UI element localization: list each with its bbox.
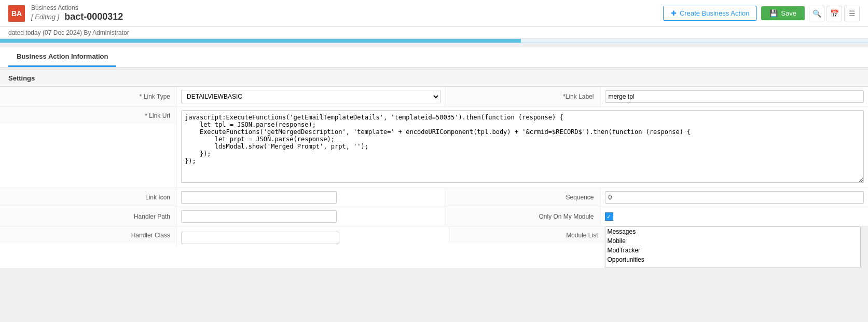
save-button[interactable]: 💾 Save: [761, 6, 805, 20]
header-left: BA Business Actions [ Editing ] bact-000…: [8, 4, 123, 22]
link-label-label: *Link Label: [445, 87, 600, 106]
form-area: * Link Type DETAILVIEWBASIC DETAILVIEW L…: [0, 87, 868, 269]
module-list-scrollbar[interactable]: [861, 226, 868, 268]
sequence-label: Sequence: [445, 188, 600, 207]
handler-path-value-cell: [176, 207, 445, 226]
breadcrumb: Business Actions [ Editing ] bact-000031…: [31, 4, 123, 22]
tabs-container: Business Action Information: [0, 47, 868, 68]
handler-path-label: Handler Path: [0, 207, 176, 226]
section-settings-header: Settings: [0, 70, 868, 87]
subheader: dated today (07 Dec 2024) By Administrat…: [0, 27, 868, 39]
link-icon-row: Link Icon Sequence: [0, 188, 868, 207]
link-url-textarea[interactable]: javascript:ExecuteFunctions('getEmailTem…: [181, 110, 864, 183]
editing-badge: [ Editing ]: [31, 13, 59, 21]
link-url-label: * Link Url: [0, 107, 176, 124]
progress-bar-fill: [0, 39, 521, 43]
only-on-my-module-label: Only On My Module: [445, 207, 600, 226]
record-id: bact-0000312: [64, 11, 123, 22]
link-type-label: * Link Type: [0, 87, 176, 106]
header: BA Business Actions [ Editing ] bact-000…: [0, 0, 868, 27]
handler-class-value-cell: [176, 226, 449, 247]
handler-path-input[interactable]: [181, 210, 337, 223]
only-on-my-module-checkbox[interactable]: ✓: [605, 212, 613, 221]
link-url-row: * Link Url javascript:ExecuteFunctions('…: [0, 107, 868, 188]
link-icon-value-cell: [176, 188, 445, 207]
module-list-label: Module List: [449, 226, 604, 243]
progress-bar-area: [0, 39, 868, 43]
sequence-value-cell: [600, 188, 869, 207]
link-icon-label: Link Icon: [0, 188, 176, 207]
link-label-input[interactable]: [605, 90, 864, 103]
create-business-action-button[interactable]: ✚ Create Business Action: [663, 6, 757, 21]
handler-class-label: Handler Class: [0, 226, 176, 243]
menu-icon-button[interactable]: ☰: [844, 6, 860, 21]
link-icon-input[interactable]: [181, 191, 337, 204]
plus-icon: ✚: [671, 9, 677, 17]
only-on-my-module-value-cell: ✓: [600, 207, 869, 226]
section-settings-title: Settings: [8, 74, 35, 82]
sequence-input[interactable]: [605, 191, 864, 204]
create-button-label: Create Business Action: [680, 9, 749, 17]
handler-class-row: Handler Class Module List Messages Mobil…: [0, 226, 868, 269]
save-button-label: Save: [781, 9, 796, 17]
main-content: Settings * Link Type DETAILVIEWBASIC DET…: [0, 70, 868, 269]
module-list-select[interactable]: Messages Mobile ModTracker Opportunities: [605, 226, 861, 268]
link-label-value-cell: [600, 87, 869, 106]
updated-info: dated today (07 Dec 2024) By Administrat…: [8, 29, 860, 38]
link-type-value-cell: DETAILVIEWBASIC DETAILVIEW LISTVIEW SUBP…: [176, 87, 445, 106]
header-right: ✚ Create Business Action 💾 Save 🔍 📅 ☰: [663, 6, 860, 21]
app-icon: BA: [8, 5, 25, 22]
handler-path-row: Handler Path Only On My Module ✓: [0, 207, 868, 226]
handler-class-input[interactable]: [181, 232, 339, 244]
app-icon-label: BA: [11, 9, 22, 18]
breadcrumb-module: Business Actions: [31, 4, 123, 11]
link-type-select[interactable]: DETAILVIEWBASIC DETAILVIEW LISTVIEW SUBP…: [181, 90, 440, 103]
calendar-icon-button[interactable]: 📅: [826, 6, 842, 21]
header-icons: 🔍 📅 ☰: [809, 6, 860, 21]
link-type-row: * Link Type DETAILVIEWBASIC DETAILVIEW L…: [0, 87, 868, 107]
module-list-value-cell: Messages Mobile ModTracker Opportunities: [604, 226, 869, 268]
search-icon-button[interactable]: 🔍: [809, 6, 824, 21]
tab-business-action-information[interactable]: Business Action Information: [8, 47, 116, 67]
link-url-value-cell: javascript:ExecuteFunctions('getEmailTem…: [176, 107, 868, 187]
save-icon: 💾: [769, 9, 778, 17]
